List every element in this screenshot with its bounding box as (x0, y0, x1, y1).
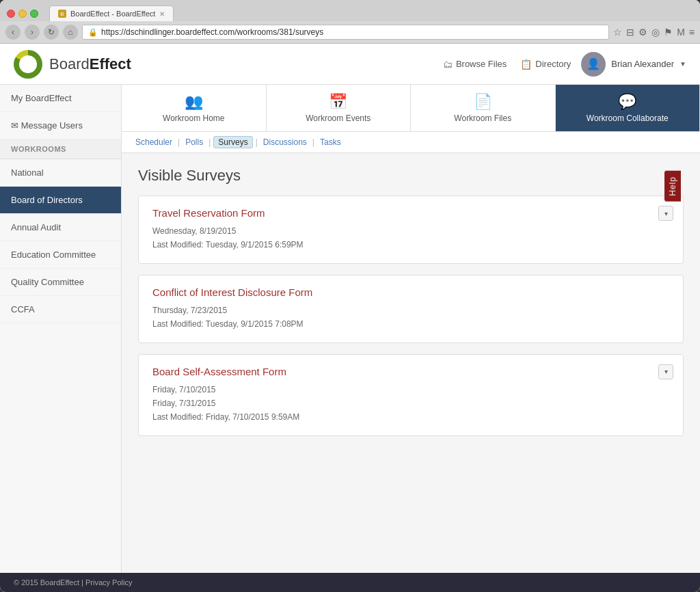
footer-text: © 2015 BoardEffect | Privacy Policy (14, 578, 132, 587)
workroom-files-icon: 📄 (474, 93, 492, 111)
avatar-initials: 👤 (587, 57, 600, 70)
close-window-button[interactable] (7, 10, 15, 18)
logo-plain: Board (49, 55, 90, 72)
directory-link[interactable]: 📋 Directory (520, 59, 571, 70)
profile-icon[interactable]: ◎ (651, 27, 660, 38)
logo-icon (14, 50, 42, 79)
settings-icon[interactable]: ⚙ (638, 27, 647, 38)
forward-button[interactable]: › (25, 25, 40, 40)
menu-icon[interactable]: ≡ (689, 27, 695, 38)
help-label: Help (668, 176, 677, 196)
tab-label: Workroom Events (306, 113, 371, 123)
survey-date-1: Friday, 7/10/2015 (152, 383, 669, 396)
sidebar-item-board-of-directors[interactable]: Board of Directors (0, 187, 121, 214)
browser-nav-bar: ‹ › ↻ ⌂ 🔒 https://dschindlinger.boardeff… (0, 21, 700, 44)
survey-card-travel-reservation: Travel Reservation Form Wednesday, 8/19/… (138, 196, 684, 264)
survey-dropdown-button[interactable]: ▾ (658, 206, 673, 221)
survey-meta: Wednesday, 8/19/2015 Last Modified: Tues… (152, 224, 669, 252)
subnav-surveys[interactable]: Surveys (213, 136, 252, 148)
subnav-polls[interactable]: Polls (183, 136, 206, 148)
sidebar-item-national[interactable]: National (0, 159, 121, 187)
sidebar-item-annual-audit[interactable]: Annual Audit (0, 214, 121, 241)
survey-meta: Thursday, 7/23/2015 Last Modified: Tuesd… (152, 304, 669, 332)
subnav-scheduler[interactable]: Scheduler (133, 136, 175, 148)
survey-meta: Friday, 7/10/2015 Friday, 7/31/2015 Last… (152, 383, 669, 425)
window-controls (7, 10, 38, 18)
content-inner: Visible Surveys Travel Reservation Form … (122, 153, 700, 461)
minimize-window-button[interactable] (18, 10, 27, 18)
tab-workroom-files[interactable]: 📄 Workroom Files (411, 85, 556, 131)
tab-favicon-icon: B (58, 10, 66, 18)
message-users-icon (11, 120, 18, 131)
bookmark-icon[interactable]: ⊟ (626, 27, 634, 38)
survey-title[interactable]: Conflict of Interest Disclosure Form (152, 286, 669, 298)
survey-dropdown-button[interactable]: ▾ (658, 364, 673, 379)
user-dropdown-arrow[interactable]: ▼ (679, 60, 686, 68)
tab-title: BoardEffect - BoardEffect (70, 10, 155, 18)
survey-modified: Last Modified: Tuesday, 9/1/2015 7:08PM (152, 317, 669, 331)
survey-title[interactable]: Travel Reservation Form (152, 207, 669, 219)
url-text: https://dschindlinger.boardeffect.com/wo… (101, 27, 323, 37)
directory-label: Directory (535, 59, 571, 69)
user-area[interactable]: 👤 Brian Alexander ▼ (581, 52, 686, 77)
sidebar-item-label: My BoardEffect (11, 93, 72, 103)
browse-files-label: Browse Files (456, 59, 507, 69)
workroom-events-icon: 📅 (329, 93, 347, 111)
page-title: Visible Surveys (138, 167, 684, 185)
maximize-window-button[interactable] (30, 10, 38, 18)
survey-modified: Last Modified: Tuesday, 9/1/2015 6:59PM (152, 238, 669, 252)
help-tab[interactable]: Help (664, 171, 681, 202)
sidebar-item-quality-committee[interactable]: Quality Committee (0, 269, 121, 296)
app-footer: © 2015 BoardEffect | Privacy Policy (0, 573, 700, 592)
subnav-discussions[interactable]: Discussions (260, 136, 310, 148)
sidebar-item-my-boardeffect[interactable]: My BoardEffect (0, 85, 121, 112)
ssl-lock-icon: 🔒 (88, 28, 98, 37)
sidebar-item-label: Education Committee (11, 250, 96, 260)
sub-nav-sep-4: | (312, 137, 314, 147)
survey-title[interactable]: Board Self-Assessment Form (152, 366, 669, 377)
sidebar-item-label: CCFA (11, 304, 35, 314)
back-button[interactable]: ‹ (5, 25, 21, 40)
workroom-tabs: 👥 Workroom Home 📅 Workroom Events 📄 Work… (122, 85, 700, 132)
extension-icon[interactable]: ⚑ (664, 27, 673, 38)
sub-nav-sep-3: | (256, 137, 258, 147)
active-browser-tab[interactable]: B BoardEffect - BoardEffect ✕ (49, 5, 174, 21)
browser-tab-bar: B BoardEffect - BoardEffect ✕ (49, 5, 174, 21)
workrooms-section-header: WORKROOMS (0, 139, 121, 159)
sub-nav-sep-1: | (178, 137, 180, 147)
star-icon[interactable]: ☆ (613, 27, 622, 38)
workroom-collaborate-icon: 💬 (618, 93, 636, 111)
tab-label: Workroom Collaborate (587, 113, 669, 123)
gmail-icon[interactable]: M (677, 27, 685, 38)
sidebar-item-ccfa[interactable]: CCFA (0, 296, 121, 323)
sidebar-item-label: Quality Committee (11, 277, 84, 287)
survey-date-2: Friday, 7/31/2015 (152, 396, 669, 410)
tab-workroom-collaborate[interactable]: 💬 Workroom Collaborate (556, 85, 701, 131)
address-bar[interactable]: 🔒 https://dschindlinger.boardeffect.com/… (82, 25, 609, 40)
sub-nav: Scheduler | Polls | Surveys | Discussion… (122, 132, 700, 153)
tab-workroom-home[interactable]: 👥 Workroom Home (122, 85, 267, 131)
sidebar-item-label: Board of Directors (11, 195, 83, 205)
sidebar-item-label: National (11, 167, 44, 178)
content-area: 👥 Workroom Home 📅 Workroom Events 📄 Work… (122, 85, 700, 573)
sidebar: My BoardEffect Message Users WORKROOMS N… (0, 85, 122, 573)
directory-icon: 📋 (520, 59, 532, 70)
tab-workroom-events[interactable]: 📅 Workroom Events (267, 85, 412, 131)
user-name: Brian Alexander (611, 59, 674, 69)
logo-text: BoardEffect (49, 55, 131, 73)
home-button[interactable]: ⌂ (63, 25, 78, 40)
workroom-home-icon: 👥 (185, 93, 203, 111)
logo-area: BoardEffect (14, 50, 131, 79)
sub-nav-sep-2: | (208, 137, 211, 147)
tab-label: Workroom Home (163, 113, 224, 123)
browse-files-icon: 🗂 (443, 59, 453, 70)
sidebar-item-label: Message Users (21, 120, 83, 131)
subnav-tasks[interactable]: Tasks (317, 136, 344, 148)
sidebar-item-education-committee[interactable]: Education Committee (0, 241, 121, 269)
refresh-button[interactable]: ↻ (44, 25, 59, 40)
logo-bold: Effect (90, 55, 131, 72)
survey-date-1: Thursday, 7/23/2015 (152, 304, 669, 317)
sidebar-item-message-users[interactable]: Message Users (0, 112, 121, 139)
browse-files-link[interactable]: 🗂 Browse Files (443, 59, 507, 70)
tab-close-icon[interactable]: ✕ (159, 10, 165, 18)
